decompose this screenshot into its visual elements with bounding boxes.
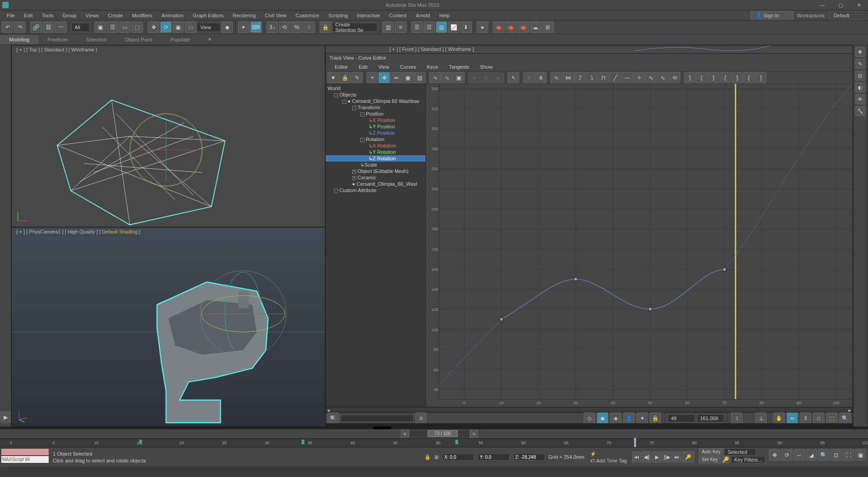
tv-multcurve-button[interactable]: ∿: [441, 72, 453, 83]
vp-nav-dolly[interactable]: ↔: [793, 449, 805, 461]
expand-icon[interactable]: -: [360, 138, 364, 142]
timeline-play-left-button[interactable]: ▶: [0, 411, 11, 423]
tv-biped-button[interactable]: 👤: [623, 412, 635, 424]
ribbon-tab-selection[interactable]: Selection: [77, 35, 116, 44]
viewport-top[interactable]: [ + ] [ Top ] [ Standard ] [ Wireframe ]: [11, 45, 325, 227]
script-run-icon[interactable]: ⚡: [590, 451, 596, 457]
time-tag-icon[interactable]: 🏷: [590, 458, 595, 463]
tree-custom[interactable]: -Custom Attribute: [326, 187, 425, 193]
undo-button[interactable]: ↶: [2, 21, 13, 33]
render-setup-button[interactable]: 🫖: [493, 21, 505, 33]
menu-help[interactable]: Help: [435, 11, 454, 20]
tv-menu-edit[interactable]: Edit: [353, 63, 373, 71]
tv-selectall-button[interactable]: ↖: [508, 72, 519, 83]
tv-movekey-button[interactable]: ✥: [378, 72, 390, 83]
tv-framehoriz-button[interactable]: ⇔: [787, 412, 798, 424]
tv-tan-custom-button[interactable]: ✧: [633, 72, 645, 83]
tv-param-out7[interactable]: ⟆: [755, 72, 767, 83]
tv-param-out2[interactable]: ⟅: [696, 72, 707, 83]
placement-button[interactable]: ⬭: [185, 21, 196, 33]
key-point[interactable]: [649, 308, 651, 311]
tree-objectmesh[interactable]: +Object (Editable Mesh): [326, 168, 425, 174]
tv-lock-button[interactable]: 🔒: [339, 72, 351, 83]
slider-next-button[interactable]: >: [470, 430, 478, 438]
selection-lock-icon[interactable]: 🔒: [424, 454, 431, 460]
tv-param-out3[interactable]: ⟆: [708, 72, 719, 83]
slider-prev-button[interactable]: <: [401, 430, 409, 438]
tree-obj1[interactable]: -● Cersanit_Olimpia 60 Washbas: [326, 98, 425, 104]
expand-icon[interactable]: -: [342, 100, 346, 104]
tv-showall-button[interactable]: ✦: [636, 412, 648, 424]
key-point[interactable]: [723, 268, 726, 271]
tv-draw-button[interactable]: ✎: [351, 72, 363, 83]
viewport-front-label[interactable]: [ + ] [ Front ] [ Standard ] [ Wireframe…: [389, 46, 474, 52]
tv-euler-button[interactable]: ⟐: [492, 72, 504, 83]
ribbon-tab-modeling[interactable]: Modeling: [0, 35, 39, 44]
select-region-rect-button[interactable]: ▭: [119, 21, 131, 33]
render-gallery-button[interactable]: ⊞: [542, 21, 554, 33]
tv-region-button[interactable]: ▣: [453, 72, 464, 83]
tv-slidekey-button[interactable]: ⇔: [390, 72, 402, 83]
menu-grapheditors[interactable]: Graph Editors: [188, 11, 228, 20]
create-panel-button[interactable]: ✚: [855, 47, 865, 57]
tv-tan-slow-button[interactable]: ⤵: [586, 72, 597, 83]
play-button[interactable]: ▶: [652, 452, 661, 462]
percent-snap-button[interactable]: %: [291, 21, 303, 33]
tv-showcurves-button[interactable]: ◆: [597, 412, 608, 424]
workspace-dropdown[interactable]: Default: [829, 11, 868, 20]
tv-buffer-button[interactable]: ⟲: [669, 72, 680, 83]
window-crossing-button[interactable]: ⬚: [131, 21, 143, 33]
render-online-button[interactable]: ☁: [530, 21, 541, 33]
expand-icon[interactable]: +: [352, 176, 356, 180]
tv-easecurve-button[interactable]: ∿: [429, 72, 441, 83]
tv-showtangents-button[interactable]: ◈: [610, 412, 621, 424]
menu-views[interactable]: Views: [81, 11, 103, 20]
tv-tan-bezier-button[interactable]: ∿: [657, 72, 668, 83]
signin-button[interactable]: 👤 Sign In: [751, 11, 793, 20]
coord-y-input[interactable]: [478, 453, 510, 461]
menu-scripting[interactable]: Scripting: [324, 11, 353, 20]
ribbon-expand-button[interactable]: ▾: [199, 35, 220, 44]
menu-civil[interactable]: Civil View: [260, 11, 291, 20]
maximize-button[interactable]: ▢: [832, 0, 850, 10]
tree-rotation[interactable]: -Rotation: [326, 136, 425, 142]
ribbon-tab-objectpaint[interactable]: Object Paint: [116, 35, 161, 44]
keyfilter-selected[interactable]: Selected: [724, 448, 756, 456]
tv-scaleval-button[interactable]: ▤: [414, 72, 425, 83]
timeline-key[interactable]: [139, 440, 142, 444]
tv-zoom-selected-button[interactable]: 🔍: [328, 412, 339, 424]
tree-world[interactable]: World: [326, 85, 425, 91]
tv-frameall-button[interactable]: □: [813, 412, 824, 424]
tree-position[interactable]: -Position: [326, 111, 425, 117]
tree-zpos[interactable]: ↳Z Position: [326, 130, 425, 136]
unlink-button[interactable]: ⛓: [43, 21, 54, 33]
menu-customize[interactable]: Customize: [291, 11, 324, 20]
ref-coord-dropdown[interactable]: View: [197, 23, 221, 32]
tv-menu-show[interactable]: Show: [474, 63, 498, 71]
tv-tan-spline-button[interactable]: ∿: [645, 72, 656, 83]
tree-xpos[interactable]: ↳X Position: [326, 117, 425, 123]
vp-nav-zoomext[interactable]: ⛶: [843, 449, 854, 461]
use-pivot-button[interactable]: ◆: [222, 21, 233, 33]
expand-icon[interactable]: -: [352, 106, 356, 110]
tv-reducer-button[interactable]: ⟐: [480, 72, 492, 83]
trackview-title[interactable]: Track View - Curve Editor: [326, 54, 853, 63]
key-mode-button[interactable]: 🔑: [682, 452, 694, 462]
ribbon-tab-freeform[interactable]: Freeform: [39, 35, 77, 44]
tree-xrot[interactable]: ↳X Rotation: [326, 142, 425, 149]
tv-lockkey-button[interactable]: 🔒: [650, 412, 661, 424]
menu-group[interactable]: Group: [58, 11, 81, 20]
tv-list-button[interactable]: ≡: [415, 412, 427, 424]
expand-icon[interactable]: -: [360, 112, 364, 117]
vp-nav-arc[interactable]: ⟳: [781, 449, 792, 461]
vp-nav-pan[interactable]: ✥: [769, 449, 780, 461]
vp-nav-fov[interactable]: ◢: [806, 449, 817, 461]
viewport-perspective[interactable]: [ + ] [ PhysCamera1 ] [ High Quality ] […: [11, 227, 325, 426]
add-time-tag[interactable]: Add Time Tag: [596, 458, 627, 463]
next-frame-button[interactable]: ∥▶: [662, 452, 671, 462]
tree-hscroll[interactable]: ◂▸: [326, 407, 853, 412]
mirror-button[interactable]: ▥: [383, 21, 394, 33]
tree-objects[interactable]: -Objects: [326, 91, 425, 98]
viewport-top-label[interactable]: [ + ] [ Top ] [ Standard ] [ Wireframe ]: [16, 47, 97, 52]
tv-param-out4[interactable]: ⟅: [720, 72, 731, 83]
